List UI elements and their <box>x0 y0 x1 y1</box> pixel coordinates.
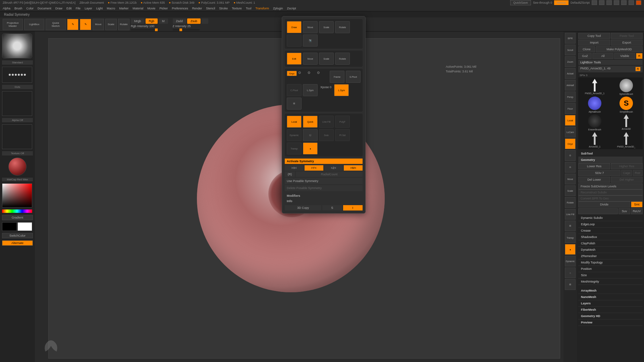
sec-meshintegrity[interactable]: MeshIntegrity <box>578 279 643 285</box>
menu-tool[interactable]: Tool <box>246 7 252 10</box>
panel-camera-button[interactable]: 📷 <box>303 35 318 47</box>
tool-item-3[interactable]: SSimpleBrush <box>611 97 641 113</box>
gradient-button[interactable]: Gradient <box>2 215 33 220</box>
menu-picker[interactable]: Picker <box>159 7 168 10</box>
panel-frame-button[interactable]: Frame <box>330 71 344 83</box>
rt-transp-button[interactable]: Transp <box>565 232 576 243</box>
color-picker[interactable] <box>2 183 32 207</box>
min-icon[interactable] <box>614 0 619 5</box>
lightbox-button[interactable]: LightBox <box>24 19 44 30</box>
radial-count[interactable]: RadialCount <box>296 172 363 177</box>
menu-macro[interactable]: Macro <box>107 7 115 10</box>
panel-material-button[interactable]: ● <box>303 142 318 155</box>
smt-button[interactable]: Smt <box>631 201 643 207</box>
menu-stroke[interactable]: Stroke <box>219 7 228 10</box>
texture-thumbnail[interactable] <box>2 124 32 149</box>
panel-grid-button[interactable]: ⊞ <box>287 98 302 110</box>
panel-rotate2-button[interactable]: Rotate <box>335 53 350 65</box>
tool-item-6[interactable]: Arrow3D_1 <box>580 132 610 148</box>
current-tool-field[interactable]: PM3D_Arrow3D_1. 49 R <box>578 66 643 72</box>
material-thumbnail[interactable] <box>8 158 26 176</box>
g2[interactable]: ⊙ <box>308 71 310 83</box>
sec-layers[interactable]: Layers <box>578 300 643 307</box>
menu-stencil[interactable]: Stencil <box>206 7 215 10</box>
g3[interactable]: ⊙ <box>317 71 320 83</box>
menu-render[interactable]: Render <box>192 7 202 10</box>
geometry-section[interactable]: Geometry <box>578 157 643 163</box>
quicksketch-button[interactable]: Quick Sketch <box>46 19 66 30</box>
quicksave-button[interactable]: QuickSave <box>510 0 531 5</box>
panel-transp-button[interactable]: Transp <box>287 142 302 155</box>
brush-thumbnail[interactable] <box>2 34 32 58</box>
sec-fibermesh[interactable]: FiberMesh <box>578 307 643 313</box>
info-section[interactable]: Info <box>285 198 363 204</box>
panel-polyf-button[interactable]: PolyF <box>335 116 350 128</box>
tool-item-7[interactable]: PM3D_Arrow3D_ <box>611 132 641 148</box>
sec-arraymesh[interactable]: ArrayMesh <box>578 288 643 294</box>
del-higher-button[interactable]: Del Higher <box>611 177 643 183</box>
actual-button[interactable]: Actual <box>565 68 576 79</box>
menu-zscript[interactable]: Zscript <box>287 7 296 10</box>
sec-claypolish[interactable]: ClayPolish <box>578 240 643 247</box>
move-button[interactable]: Move <box>93 19 104 30</box>
sdiv-slider[interactable]: SDiv 7 <box>578 170 621 176</box>
primary-color[interactable] <box>17 222 32 231</box>
modifiers-section[interactable]: Modifiers <box>285 193 363 198</box>
panel-solo-button[interactable]: Solo <box>319 129 334 141</box>
secondary-color[interactable] <box>2 222 17 231</box>
hue-slider[interactable] <box>2 209 32 213</box>
rt-solo-button[interactable]: ○ <box>565 267 576 278</box>
panel-rotate-button[interactable]: Rotate <box>335 21 350 33</box>
sec-size[interactable]: Size <box>578 272 643 279</box>
home-icon[interactable] <box>592 0 597 5</box>
oxyz-button[interactable]: Oxyz <box>565 138 576 149</box>
local-button[interactable]: Local <box>565 115 576 126</box>
divide-button[interactable]: Divide <box>578 201 630 207</box>
lower-res-button[interactable]: Lower Res <box>578 163 610 169</box>
sym-y-button[interactable]: >Y< <box>305 165 323 171</box>
grid2-button[interactable]: ⊙ <box>565 162 576 173</box>
scroll-button[interactable]: Scroll <box>565 45 576 55</box>
convert-button[interactable]: Convert BPR To Geo <box>578 195 643 201</box>
sym-r-button[interactable]: (R) <box>285 172 295 177</box>
menu-document[interactable]: Document <box>38 7 51 10</box>
sec-dynamesh[interactable]: DynaMesh <box>578 247 643 253</box>
draw-button[interactable]: ✎ <box>80 19 91 30</box>
panel-gxyz-button[interactable]: Gxyz <box>287 71 297 76</box>
sec-shadowbox[interactable]: ShadowBox <box>578 234 643 240</box>
menu-transform[interactable]: Transform <box>255 7 269 10</box>
sec-position[interactable]: Position <box>578 266 643 272</box>
tool-item-1[interactable]: SphereBrush <box>611 79 641 95</box>
bpr-button[interactable]: BPR <box>565 33 576 44</box>
use-posable-button[interactable]: Use Posable Symmetry <box>285 178 363 184</box>
panel-scale-button[interactable]: Scale <box>319 21 334 33</box>
clone-button[interactable]: Clone <box>578 46 595 52</box>
sec-crease[interactable]: Crease <box>578 228 643 234</box>
copy-s-button[interactable]: S <box>322 205 342 210</box>
panel-spivot-button[interactable]: S.Pivot <box>346 71 361 83</box>
lccam-button[interactable]: LcCam <box>565 127 576 137</box>
menu-texture[interactable]: Texture <box>232 7 242 10</box>
rgb-intensity-slider[interactable]: Rgb Intensity 100 <box>131 24 168 28</box>
del-lower-button[interactable]: Del Lower <box>578 177 610 183</box>
menu-light[interactable]: Light <box>96 7 103 10</box>
rt-polyf-button[interactable]: ⊞ <box>565 221 576 231</box>
panel-lsym2-button[interactable]: L.Sym <box>334 84 349 96</box>
panel-snapshot-button[interactable] <box>287 35 302 47</box>
rt-dynamic-button[interactable]: Dynamic <box>565 256 576 266</box>
zsub-button[interactable]: Zsub <box>187 18 201 24</box>
panel-move-button[interactable]: Move <box>303 21 318 33</box>
z-intensity-slider[interactable]: Z Intensity 25 <box>173 24 209 28</box>
sym-m-button[interactable]: >M< <box>344 165 363 171</box>
copytool-button[interactable]: Copy Tool <box>578 33 610 39</box>
mrgb-button[interactable]: Mrgb <box>131 18 145 24</box>
visible-button[interactable]: Visible <box>614 53 635 59</box>
3dcopy-button[interactable]: 3D Copy <box>285 205 321 210</box>
alpha-thumbnail[interactable] <box>2 91 32 116</box>
persp-button[interactable]: Persp <box>565 92 576 102</box>
sec-dynamic-subdiv[interactable]: Dynamic Subdiv <box>578 215 643 221</box>
panel-cube-button[interactable]: ◻ <box>303 129 318 141</box>
panel-linefill-button[interactable]: Line Fill <box>319 116 334 128</box>
panel-local-button[interactable]: Local <box>287 116 302 128</box>
zoom-button[interactable]: Zoom <box>565 56 576 67</box>
